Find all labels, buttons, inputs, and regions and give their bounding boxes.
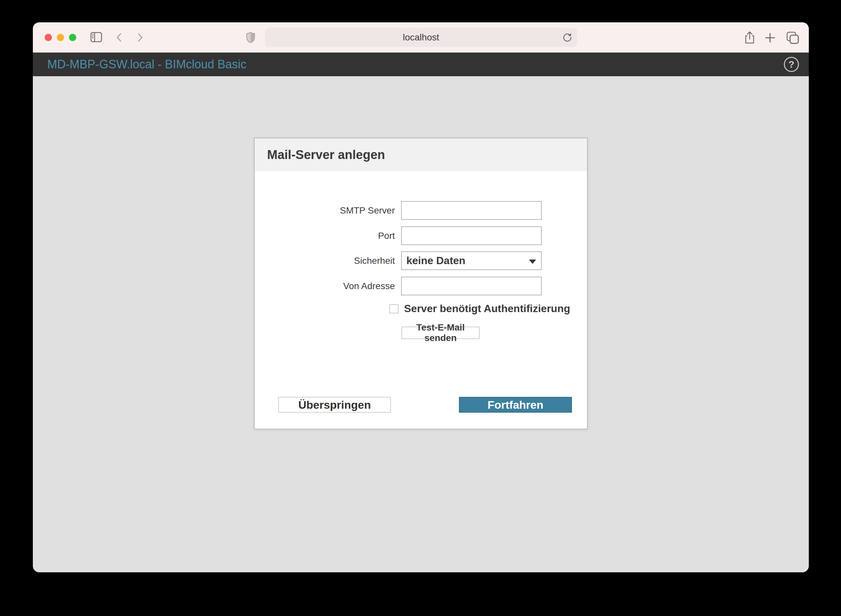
auth-checkbox[interactable]	[389, 304, 399, 314]
security-row: Sicherheit keine Daten	[255, 251, 587, 270]
privacy-shield-icon[interactable]	[246, 32, 256, 45]
address-bar[interactable]: localhost	[265, 28, 577, 47]
new-tab-icon[interactable]	[764, 32, 776, 45]
auth-checkbox-row: Server benötigt Authentifizierung	[389, 302, 570, 315]
dialog-header: Mail-Server anlegen	[255, 138, 587, 171]
help-icon[interactable]: ?	[784, 57, 799, 72]
security-select[interactable]: keine Daten	[401, 251, 542, 270]
mail-server-dialog: Mail-Server anlegen SMTP Server Port Sic…	[254, 138, 588, 430]
forward-icon[interactable]	[135, 32, 145, 44]
from-address-label: Von Adresse	[255, 277, 395, 295]
auth-checkbox-label: Server benötigt Authentifizierung	[404, 302, 570, 315]
refresh-icon[interactable]	[562, 32, 573, 44]
help-glyph: ?	[788, 59, 794, 69]
browser-toolbar: localhost	[33, 22, 809, 53]
security-selected-value: keine Daten	[406, 255, 466, 267]
continue-button[interactable]: Fortfahren	[459, 397, 572, 413]
page-background: Mail-Server anlegen SMTP Server Port Sic…	[33, 76, 809, 572]
browser-window: localhost	[33, 22, 809, 572]
dialog-title: Mail-Server anlegen	[267, 148, 385, 162]
minimize-window-button[interactable]	[57, 34, 64, 41]
port-label: Port	[255, 226, 395, 245]
from-address-input[interactable]	[401, 277, 542, 295]
tab-overview-icon[interactable]	[786, 31, 800, 45]
chevron-down-icon	[529, 260, 536, 264]
skip-button[interactable]: Überspringen	[278, 397, 391, 413]
smtp-server-row: SMTP Server	[255, 201, 587, 220]
back-icon[interactable]	[114, 32, 124, 44]
security-label: Sicherheit	[255, 251, 395, 270]
smtp-server-label: SMTP Server	[255, 201, 395, 220]
close-window-button[interactable]	[45, 34, 52, 41]
from-address-row: Von Adresse	[255, 277, 587, 295]
port-row: Port	[255, 226, 587, 245]
port-input[interactable]	[401, 226, 542, 245]
send-test-email-button[interactable]: Test-E-Mail senden	[401, 327, 480, 339]
zoom-window-button[interactable]	[69, 34, 76, 41]
site-title: MD-MBP-GSW.local - BIMcloud Basic	[47, 53, 246, 76]
sidebar-toggle-icon[interactable]	[90, 32, 102, 43]
url-text: localhost	[403, 32, 439, 43]
share-icon[interactable]	[743, 31, 756, 46]
site-header-bar: MD-MBP-GSW.local - BIMcloud Basic ?	[33, 53, 809, 76]
smtp-server-input[interactable]	[401, 201, 542, 220]
desktop-background: localhost	[0, 0, 841, 616]
